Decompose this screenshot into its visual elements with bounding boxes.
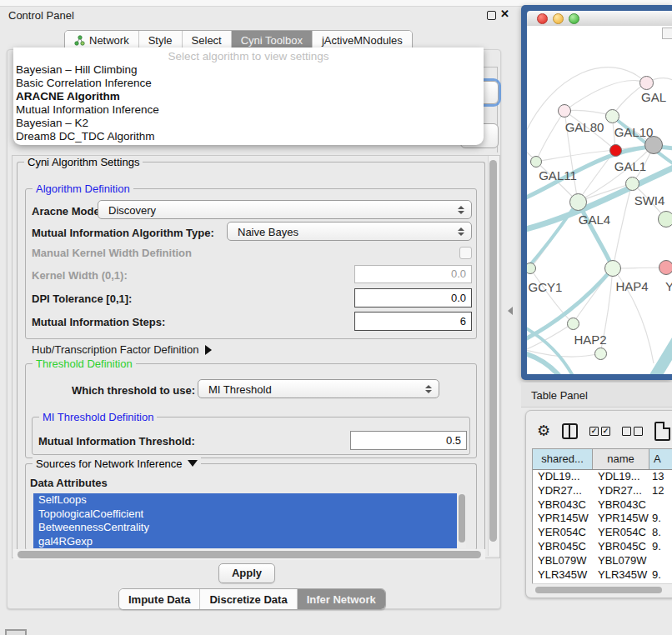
gear-icon[interactable]: ⚙	[537, 423, 550, 438]
table-row[interactable]: YDL19...YDL19...13	[533, 470, 672, 484]
cyni-algorithm-settings-title: Cyni Algorithm Settings	[24, 156, 143, 168]
apply-button[interactable]: Apply	[218, 563, 275, 583]
columns-icon[interactable]	[562, 423, 578, 439]
network-node-top-pink[interactable]	[639, 76, 654, 90]
network-node-GAL1[interactable]	[609, 144, 622, 157]
network-node-GAL10[interactable]	[605, 109, 619, 123]
scrollbar-thumb[interactable]	[18, 551, 481, 558]
network-node-HAP4[interactable]	[604, 260, 621, 277]
table-cell: YPR145W	[533, 512, 593, 526]
spinner-arrows-icon	[458, 222, 464, 240]
algorithm-option[interactable]: Bayesian – K2	[13, 117, 484, 130]
zoom-traffic-icon[interactable]	[569, 13, 579, 24]
table-cell: 9.	[649, 568, 672, 582]
table-cell: YER054C	[593, 526, 649, 540]
attribute-list-item[interactable]: gal4RGexp	[33, 535, 457, 549]
column-header-name[interactable]: name	[593, 449, 649, 469]
table-header-row: shared... name A	[533, 449, 672, 470]
network-node-right-green[interactable]	[658, 211, 672, 228]
table-cell: YBR043C	[533, 498, 593, 512]
algorithm-popup-list: Bayesian – Hill ClimbingBasic Correlatio…	[13, 63, 484, 143]
mi-threshold-group-title: MI Threshold Definition	[39, 411, 157, 423]
select-all-checks-icon[interactable]: ✓✓	[589, 427, 610, 436]
which-threshold-select[interactable]: MI Threshold	[198, 379, 439, 398]
network-node-HAP2[interactable]	[567, 318, 579, 330]
table-cell: 8.	[649, 526, 672, 540]
network-node-salmon[interactable]	[659, 260, 672, 275]
node-salmon-label: Y	[665, 279, 672, 293]
control-panel-titlebar	[0, 7, 517, 25]
attribute-list-item[interactable]: SelfLoops	[33, 493, 457, 508]
data-attributes-list[interactable]: SelfLoopsTopologicalCoefficientBetweenne…	[33, 493, 457, 548]
dpi-tolerance-input[interactable]: 0.0	[354, 288, 472, 308]
scrollbar-thumb[interactable]	[459, 494, 465, 542]
tab-infer-network[interactable]: Infer Network	[298, 589, 385, 609]
close-traffic-icon[interactable]	[537, 13, 548, 24]
table-row[interactable]: YBL079WYBL079W	[533, 554, 672, 568]
kernel-width-input[interactable]: 0.0	[354, 265, 472, 283]
network-node-GAL80[interactable]	[558, 104, 571, 118]
expander-collapsed-icon	[205, 345, 212, 355]
minimize-traffic-icon[interactable]	[553, 13, 564, 24]
mi-threshold-label: Mutual Information Threshold:	[38, 435, 195, 448]
table-cell: 9.	[649, 540, 672, 554]
hub-definition-expander[interactable]: Hub/Transcription Factor Definition	[32, 343, 212, 356]
table-row[interactable]: YBR045CYBR045C9.	[533, 540, 672, 554]
settings-vertical-scrollbar[interactable]	[488, 156, 499, 556]
network-node-GAL11[interactable]	[530, 156, 542, 168]
column-header-third[interactable]: A	[649, 449, 672, 469]
table-cell: YPR145W	[593, 512, 649, 526]
table-row[interactable]: YBR043CYBR043C	[533, 498, 672, 512]
aracne-mode-select[interactable]: Discovery	[98, 200, 472, 219]
network-window-titlebar[interactable]	[527, 11, 672, 27]
network-canvas[interactable]: GALGAL80GAL10GAL1GAL11SWI4GAL4GCY1HAP4YH…	[527, 26, 672, 374]
mi-steps-label: Mutual Information Steps:	[32, 316, 165, 328]
algorithm-dropdown-popup: Select algorithm to view settings Bayesi…	[13, 48, 484, 145]
algorithm-option[interactable]: ARACNE Algorithm	[13, 90, 484, 103]
node-HAP4-label: HAP4	[615, 279, 648, 293]
network-scroll-widget[interactable]	[662, 28, 672, 39]
manual-kernel-width-checkbox[interactable]	[459, 247, 472, 259]
table-cell: YLR345W	[533, 568, 593, 582]
table-cell: YDL19...	[533, 470, 593, 484]
export-table-icon[interactable]	[654, 422, 670, 441]
close-icon[interactable]: ✕	[500, 8, 509, 20]
mi-steps-input[interactable]: 6	[354, 312, 472, 331]
float-window-icon[interactable]	[487, 11, 496, 20]
table-horizontal-scrollbar[interactable]	[532, 583, 672, 594]
aracne-mode-label: Aracne Mode:	[32, 205, 103, 218]
mi-algorithm-type-label: Mutual Information Algorithm Type:	[32, 227, 214, 239]
tab-discretize-data[interactable]: Discretize Data	[200, 589, 297, 609]
spinner-arrows-icon	[425, 380, 432, 398]
algorithm-option[interactable]: Basic Correlation Inference	[13, 77, 484, 90]
attributes-scrollbar[interactable]	[458, 493, 466, 548]
attribute-list-item[interactable]: BetweennessCentrality	[33, 521, 457, 535]
network-node-GAL4[interactable]	[569, 193, 587, 211]
algorithm-option[interactable]: Dream8 DC_TDC Algorithm	[13, 130, 484, 143]
table-row[interactable]: YPR145WYPR145W9.	[533, 512, 672, 526]
network-node-SWI4[interactable]	[625, 177, 639, 191]
sources-group-title[interactable]: Sources for Network Inference	[33, 458, 201, 470]
table-cell	[649, 554, 672, 568]
minimized-panel-icon[interactable]	[5, 629, 27, 635]
mi-threshold-input[interactable]: 0.5	[350, 431, 467, 450]
scrollbar-thumb[interactable]	[535, 587, 662, 593]
attribute-list-item[interactable]: TopologicalCoefficient	[33, 508, 457, 522]
scrollbar-thumb[interactable]	[489, 160, 497, 542]
network-node-gray[interactable]	[644, 136, 663, 154]
table-row[interactable]: YER054CYER054C8.	[533, 526, 672, 540]
algorithm-option[interactable]: Mutual Information Inference	[13, 103, 484, 117]
split-divider-arrow[interactable]	[508, 307, 513, 315]
settings-horizontal-scrollbar[interactable]	[13, 549, 485, 560]
node-GAL4-label: GAL4	[579, 212, 610, 227]
tab-impute-data[interactable]: Impute Data	[119, 589, 200, 609]
algorithm-option[interactable]: Bayesian – Hill Climbing	[13, 63, 484, 77]
table-cell: 13	[649, 470, 672, 484]
deselect-all-checks-icon[interactable]	[622, 427, 643, 436]
mi-algorithm-type-select[interactable]: Naive Bayes	[227, 222, 472, 241]
network-node-bottom-green[interactable]	[594, 348, 607, 360]
network-tab-icon	[74, 35, 85, 46]
table-row[interactable]: YLR345WYLR345W9.	[533, 568, 672, 582]
table-row[interactable]: YDR27...YDR27...12	[533, 484, 672, 498]
column-header-shared-name[interactable]: shared...	[533, 449, 593, 469]
